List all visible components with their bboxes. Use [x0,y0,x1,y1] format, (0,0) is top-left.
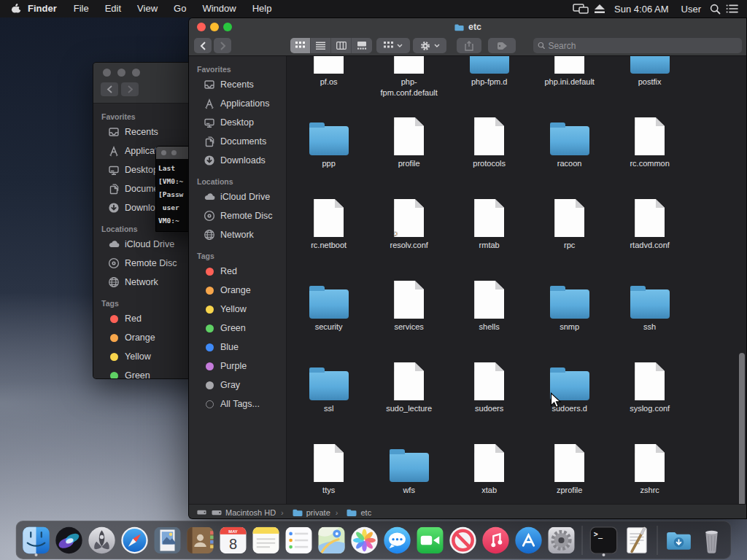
file-item[interactable]: ↗ ppp [289,106,369,187]
sidebar-item[interactable]: Remote Disc [189,206,286,225]
view-as-list-button[interactable] [311,38,331,53]
dock-item[interactable] [448,524,478,556]
dock-item[interactable] [54,524,84,556]
file-item[interactable]: ↗ syslog.conf [610,351,690,432]
menu-item[interactable]: Help [244,0,280,18]
zoom-button[interactable] [223,23,232,31]
sidebar-item[interactable]: Network [189,225,286,244]
menu-item[interactable]: Edit [97,0,129,18]
file-item[interactable]: ↗ security [289,269,369,351]
menu-item[interactable]: Window [194,0,244,18]
path-bar-item[interactable]: Macintosh HD [211,507,276,518]
sidebar-item[interactable]: Downloads [189,151,286,170]
dock-item[interactable] [382,524,412,556]
file-item[interactable]: ↗ shells [449,269,530,351]
dock-item[interactable] [21,524,51,556]
terminal-close-button[interactable] [161,150,166,155]
vertical-scrollbar[interactable] [739,353,745,504]
sidebar-tag-item[interactable]: Red [93,309,189,328]
spotlight-search-icon[interactable] [710,4,721,15]
file-item[interactable]: ↗ resolv.conf [369,187,449,269]
apple-logo-icon[interactable] [10,2,22,15]
sidebar-item[interactable]: iCloud Drive [189,187,286,206]
sidebar-tag-item[interactable]: Gray [189,376,286,394]
menu-bar-clock[interactable]: Sun 4:06 AM [611,4,672,15]
forward-button[interactable] [121,82,139,96]
file-item[interactable]: ↗ php-fpm.conf.default [369,56,449,106]
dock-item[interactable] [120,524,150,556]
menu-item[interactable]: Finder [22,0,66,18]
view-as-gallery-button[interactable] [352,38,372,53]
sidebar-tag-item[interactable]: Yellow [189,300,286,319]
tag-button[interactable] [488,38,516,53]
file-item[interactable]: ↗ wfs [369,432,449,504]
menu-item[interactable]: View [129,0,166,18]
file-item[interactable]: ↗ ssh [610,269,690,351]
dock-item[interactable] [284,524,314,556]
file-item[interactable]: ↗ profile [369,106,449,187]
action-dropdown[interactable] [413,38,446,53]
sidebar-tag-item[interactable]: Orange [93,328,189,347]
sidebar-tag-item[interactable]: Green [189,319,286,338]
inactive-close-button[interactable] [103,69,111,77]
inactive-minimize-button[interactable] [117,69,125,77]
sidebar-item[interactable]: Network [93,273,189,292]
forward-button[interactable] [214,38,231,53]
sidebar-item[interactable]: Recents [93,122,189,141]
window-titlebar[interactable]: etc [189,18,746,36]
file-item[interactable]: ↗ rc.netboot [289,187,369,269]
path-bar-item[interactable]: etc [330,507,371,518]
file-item[interactable]: ↗ rmtab [449,187,530,269]
terminal-minimize-button[interactable] [171,150,177,155]
file-item[interactable]: ↗ racoon [530,106,610,187]
share-button[interactable] [457,38,481,53]
sidebar-tag-item[interactable]: Orange [189,281,286,300]
sidebar-item[interactable]: iCloud Drive [93,235,189,254]
file-item[interactable]: ↗ ssl [289,351,369,432]
sidebar-tag-item[interactable]: Red [189,262,286,281]
file-item[interactable]: ↗ sudo_lecture [369,351,449,432]
sidebar-item[interactable]: Recents [189,75,286,94]
sidebar-tag-item[interactable]: Yellow [93,347,189,366]
notification-center-icon[interactable] [726,4,738,14]
sidebar-item[interactable]: Applications [189,94,286,113]
file-item[interactable]: ↗ rtadvd.conf [610,187,690,269]
file-item[interactable]: ↗ snmp [530,269,610,351]
dock-item[interactable] [349,524,379,556]
dock-item[interactable] [664,524,694,556]
dock-item[interactable] [87,524,117,556]
screen-mirroring-icon[interactable] [573,4,589,14]
file-item[interactable]: ↗ zprofile [530,432,610,504]
file-item[interactable]: ↗ postfix [610,56,690,106]
file-item[interactable]: ↗ zshrc [610,432,690,504]
back-button[interactable] [194,38,212,53]
search-input[interactable] [548,41,738,51]
file-item[interactable]: ↗ sudoers [449,351,530,432]
dock-item[interactable] [218,524,248,556]
view-as-icons-button[interactable] [290,38,311,53]
sidebar-tag-item[interactable]: Purple [189,357,286,376]
menu-bar-user[interactable]: User [678,4,705,15]
eject-icon[interactable] [594,4,605,14]
dock-item[interactable] [514,524,543,556]
file-item[interactable]: ↗ php-fpm.d [449,56,530,106]
minimize-button[interactable] [210,23,219,31]
file-item[interactable]: ↗ services [369,269,449,351]
file-item[interactable]: ↗ xtab [449,432,530,504]
path-bar-item[interactable]: private [276,507,330,518]
search-field[interactable] [533,38,742,53]
back-button[interactable] [101,82,118,96]
file-item[interactable]: ↗ ttys [289,432,369,504]
dock-item[interactable] [546,524,576,556]
sidebar-item[interactable]: Remote Disc [93,254,189,273]
sidebar-tag-item[interactable]: All Tags... [189,394,286,413]
dock-item[interactable] [481,524,511,556]
sidebar-item[interactable]: Desktop [189,113,286,132]
dock-item[interactable] [152,524,182,556]
dock-item[interactable] [697,524,727,556]
file-item[interactable]: ↗ pf.os [289,56,369,106]
menu-item[interactable]: Go [166,0,194,18]
sidebar-item[interactable]: Documents [189,132,286,151]
file-item[interactable]: ↗ rc.common [610,106,690,187]
dock-item[interactable] [251,524,281,556]
